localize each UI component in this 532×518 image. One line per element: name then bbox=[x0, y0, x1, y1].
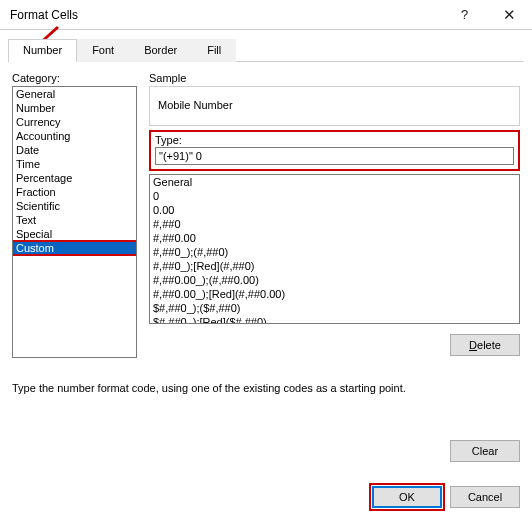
tab-border[interactable]: Border bbox=[129, 39, 192, 62]
category-item-number[interactable]: Number bbox=[13, 101, 136, 115]
category-item-fraction[interactable]: Fraction bbox=[13, 185, 136, 199]
category-item-time[interactable]: Time bbox=[13, 157, 136, 171]
tab-fill[interactable]: Fill bbox=[192, 39, 236, 62]
category-item-accounting[interactable]: Accounting bbox=[13, 129, 136, 143]
category-item-text[interactable]: Text bbox=[13, 213, 136, 227]
format-item[interactable]: 0.00 bbox=[150, 203, 519, 217]
titlebar: Format Cells ? ✕ bbox=[0, 0, 532, 30]
type-input[interactable] bbox=[155, 147, 514, 165]
format-item[interactable]: #,##0_);(#,##0) bbox=[150, 245, 519, 259]
format-item[interactable]: 0 bbox=[150, 189, 519, 203]
close-button[interactable]: ✕ bbox=[487, 0, 532, 30]
format-item[interactable]: #,##0.00 bbox=[150, 231, 519, 245]
category-item-currency[interactable]: Currency bbox=[13, 115, 136, 129]
type-highlight: Type: bbox=[149, 130, 520, 171]
sample-value: Mobile Number bbox=[158, 99, 233, 111]
category-label: Category: bbox=[12, 72, 137, 84]
ok-button[interactable]: OK bbox=[372, 486, 442, 508]
format-item[interactable]: #,##0.00_);[Red](#,##0.00) bbox=[150, 287, 519, 301]
delete-label-rest: elete bbox=[477, 339, 501, 351]
category-listbox[interactable]: GeneralNumberCurrencyAccountingDateTimeP… bbox=[12, 86, 137, 358]
help-icon: ? bbox=[461, 7, 468, 22]
category-item-special[interactable]: Special bbox=[13, 227, 136, 241]
category-item-scientific[interactable]: Scientific bbox=[13, 199, 136, 213]
tab-number[interactable]: Number bbox=[8, 39, 77, 62]
delete-button[interactable]: Delete bbox=[450, 334, 520, 356]
help-button[interactable]: ? bbox=[442, 0, 487, 30]
category-item-custom[interactable]: Custom bbox=[13, 241, 136, 255]
format-item[interactable]: General bbox=[150, 175, 519, 189]
format-listbox[interactable]: General00.00#,##0#,##0.00#,##0_);(#,##0)… bbox=[149, 174, 520, 324]
type-label: Type: bbox=[155, 134, 514, 146]
category-item-percentage[interactable]: Percentage bbox=[13, 171, 136, 185]
window-title: Format Cells bbox=[10, 8, 442, 22]
format-item[interactable]: #,##0.00_);(#,##0.00) bbox=[150, 273, 519, 287]
tab-font[interactable]: Font bbox=[77, 39, 129, 62]
sample-box: Mobile Number bbox=[149, 86, 520, 126]
category-item-date[interactable]: Date bbox=[13, 143, 136, 157]
sample-label: Sample bbox=[149, 72, 520, 84]
cancel-button[interactable]: Cancel bbox=[450, 486, 520, 508]
clear-button[interactable]: Clear bbox=[450, 440, 520, 462]
category-item-general[interactable]: General bbox=[13, 87, 136, 101]
format-item[interactable]: $#,##0_);($#,##0) bbox=[150, 301, 519, 315]
format-item[interactable]: $#,##0_);[Red]($#,##0) bbox=[150, 315, 519, 324]
format-item[interactable]: #,##0 bbox=[150, 217, 519, 231]
close-icon: ✕ bbox=[503, 6, 516, 24]
format-item[interactable]: #,##0_);[Red](#,##0) bbox=[150, 259, 519, 273]
tab-bar: NumberFontBorderFill bbox=[8, 38, 524, 62]
hint-text: Type the number format code, using one o… bbox=[12, 382, 520, 394]
ok-highlight: OK bbox=[372, 486, 442, 508]
